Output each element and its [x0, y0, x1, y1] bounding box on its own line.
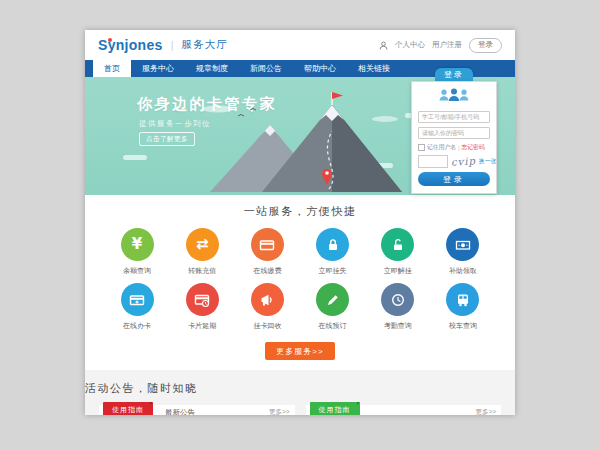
site-frame: Synjones | 服务大厅 个人中心 用户注册 登录 首页 服务中心 规章制… [85, 30, 515, 415]
users-group-icon [436, 87, 472, 103]
service-subsidy-collect[interactable]: 补助领取 [437, 228, 489, 276]
captcha-refresh-link[interactable]: 换一张 [479, 157, 496, 166]
personal-center-link[interactable]: 个人中心 [395, 40, 425, 50]
service-online-booking[interactable]: 在线预订 [307, 283, 359, 331]
mountain-illustration [180, 89, 415, 195]
service-balance-inquiry[interactable]: ¥ 余额查询 [111, 228, 163, 276]
announcements-section: 活动公告，随时知晓 使用指南 最新公告 更多>> 使用指南 更多>> [85, 370, 515, 415]
service-card-recycle[interactable]: 挂卡回收 [241, 283, 293, 331]
person-icon [379, 41, 388, 50]
site-title: 服务大厅 [182, 38, 228, 52]
cloud-icon [123, 155, 147, 160]
nav-item-rules[interactable]: 规章制度 [185, 60, 239, 77]
card-icon [259, 237, 275, 253]
header: Synjones | 服务大厅 个人中心 用户注册 登录 [85, 30, 515, 60]
bus-icon [455, 292, 471, 308]
header-divider: | [171, 39, 174, 51]
more-services-button[interactable]: 更多服务>> [265, 342, 334, 360]
password-input[interactable] [418, 127, 490, 139]
nav-item-help[interactable]: 帮助中心 [293, 60, 347, 77]
service-online-payment[interactable]: 在线缴费 [241, 228, 293, 276]
more-link[interactable]: 更多>> [475, 408, 501, 415]
service-card-extension[interactable]: 卡片延期 [176, 283, 228, 331]
services-section: 一站服务，方便快捷 ¥ 余额查询 ⇄ 转账充值 在线缴费 立即挂失 [85, 195, 515, 370]
remember-label: 记住用户名 [427, 143, 456, 152]
nav-item-news[interactable]: 新闻公告 [239, 60, 293, 77]
megaphone-icon [259, 292, 275, 308]
user-register-link[interactable]: 用户注册 [432, 40, 462, 50]
card-clock-icon [194, 292, 210, 308]
captcha-input[interactable] [418, 155, 448, 168]
options-divider: | [458, 145, 460, 151]
nav-item-home[interactable]: 首页 [93, 60, 131, 77]
pencil-icon [325, 292, 341, 308]
nav-item-service-center[interactable]: 服务中心 [131, 60, 185, 77]
brand-logo[interactable]: Synjones [98, 37, 163, 53]
captcha-image[interactable]: cvip [451, 155, 477, 168]
guide-ribbon-tab[interactable]: 使用指南 [310, 402, 360, 415]
clock-icon [390, 292, 406, 308]
more-link[interactable]: 更多>> [269, 408, 295, 415]
login-tab[interactable]: 登录 [435, 68, 473, 81]
nav-item-links[interactable]: 相关链接 [347, 60, 401, 77]
yen-icon: ¥ [132, 237, 142, 252]
forgot-password-link[interactable]: 忘记密码 [462, 143, 485, 152]
header-login-button[interactable]: 登录 [469, 38, 502, 53]
transfer-icon: ⇄ [196, 237, 209, 252]
card-plus-icon [129, 292, 145, 308]
service-report-loss[interactable]: 立即挂失 [307, 228, 359, 276]
service-attendance-inquiry[interactable]: 考勤查询 [372, 283, 424, 331]
logo-dot-icon [108, 38, 112, 42]
banknote-icon [455, 237, 471, 253]
latest-news-tab[interactable]: 最新公告 [165, 408, 195, 416]
service-cancel-loss[interactable]: 立即解挂 [372, 228, 424, 276]
lock-icon [325, 237, 341, 253]
announcement-panel-left: 使用指南 最新公告 更多>> [99, 405, 295, 415]
login-submit-button[interactable]: 登录 [418, 172, 490, 186]
service-online-card-apply[interactable]: 在线办卡 [111, 283, 163, 331]
username-input[interactable] [418, 111, 490, 123]
unlock-icon [390, 237, 406, 253]
remember-checkbox[interactable] [418, 144, 425, 151]
guide-ribbon-tab[interactable]: 使用指南 [103, 402, 153, 415]
announcements-title: 活动公告，随时知晓 [85, 381, 515, 396]
service-transfer-recharge[interactable]: ⇄ 转账充值 [176, 228, 228, 276]
services-title: 一站服务，方便快捷 [85, 204, 515, 219]
login-panel: 登录 记住用户名 | 忘记密码 cvip 换一张 [411, 68, 497, 194]
announcement-panel-right: 使用指南 更多>> [306, 405, 502, 415]
service-school-bus-inquiry[interactable]: 校车查询 [437, 283, 489, 331]
